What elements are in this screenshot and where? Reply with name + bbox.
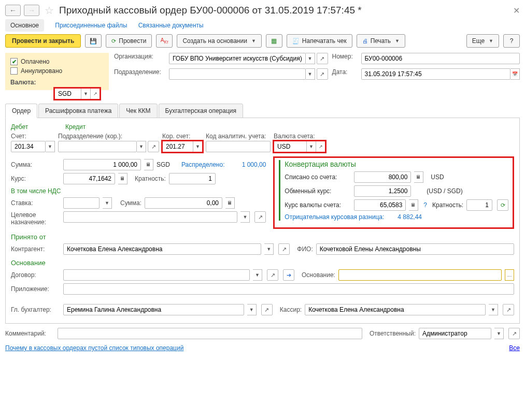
dropdown-button[interactable]: ▼ [494,328,504,339]
responsible-input[interactable] [421,328,489,339]
comment-input[interactable] [60,328,360,339]
dropdown-button[interactable]: ▼ [306,68,315,80]
all-link[interactable]: Все [509,344,520,352]
currency-label: Валюта: [10,79,36,86]
basis-label: Основание: [302,271,335,279]
attachment-input[interactable] [66,284,512,294]
subnav-main[interactable]: Основное [5,19,44,32]
save-button[interactable]: 💾 [85,34,102,48]
exrate-label: Обменный курс: [285,187,351,195]
cancelled-checkbox[interactable]: Аннулировано [10,67,104,75]
help-icon[interactable]: ? [423,201,427,209]
dropdown-button[interactable]: ▼ [193,141,203,152]
exrate-input[interactable] [357,186,408,196]
refresh-button[interactable]: ⟳ [497,199,508,211]
open-button[interactable]: ↗ [261,304,273,315]
dropdown-button[interactable]: ▼ [307,141,316,152]
dropdown-button[interactable]: ▼ [46,141,55,152]
print-receipt-button[interactable]: 🧾Напечатать чек [287,34,352,48]
counterparty-input[interactable] [66,244,259,254]
vat-rate-input[interactable] [66,198,97,208]
debit-header: Дебет [11,123,55,131]
favorite-star-icon[interactable]: ☆ [45,4,54,17]
open-button[interactable]: ↗ [317,53,328,64]
open-button[interactable]: ↗ [508,328,520,339]
more-button[interactable]: Еще▼ [466,34,499,48]
date-input[interactable] [364,69,508,79]
calc-button[interactable]: 🖩 [409,199,418,211]
corr-account-input[interactable] [165,141,191,152]
acc-currency-input[interactable] [276,141,304,152]
open-button[interactable]: ↗ [148,141,159,152]
dept-input[interactable] [172,69,303,79]
org-input[interactable] [172,53,303,64]
corr-dept-input[interactable] [61,141,134,152]
dk-icon: АКт [161,37,168,45]
open-button[interactable]: ↗ [503,304,514,315]
create-based-button[interactable]: Создать на основании▼ [177,34,261,48]
cashier-input[interactable] [307,305,483,315]
tab-kkm[interactable]: Чек ККМ [119,104,157,118]
subnav-linked[interactable]: Связанные документы [138,22,204,29]
dropdown-button[interactable]: ▼ [247,304,257,315]
nav-forward-button[interactable]: → [24,5,39,16]
nav-back-button[interactable]: ← [5,5,21,16]
calendar-button[interactable]: 📅 [510,68,520,80]
print-button[interactable]: 🖨Печать▼ [357,34,405,48]
open-button[interactable]: ↗ [317,68,328,80]
dropdown-button[interactable]: ▼ [306,53,315,64]
ellipsis-button[interactable]: … [505,269,514,281]
conversion-title: Конвертация валюты [285,160,508,168]
open-button[interactable]: ↗ [91,88,100,99]
chief-acc-input[interactable] [66,305,242,315]
currency-input[interactable] [57,89,79,99]
tab-order[interactable]: Ордер [5,104,37,118]
chevron-down-icon: ▼ [251,38,256,44]
dropdown-button[interactable]: ▼ [240,211,250,223]
why-empty-link[interactable]: Почему в кассовых ордерах пустой список … [5,344,183,352]
dropdown-button[interactable]: ▼ [253,269,262,281]
help-button[interactable]: ? [503,34,520,48]
dropdown-button[interactable]: ▼ [489,304,498,315]
calc-button[interactable]: 🖩 [144,159,153,170]
post-and-close-button[interactable]: Провести и закрыть [5,34,81,48]
dk-button[interactable]: АКт [156,34,173,48]
post-button[interactable]: ⟳Провести [106,34,152,48]
open-button[interactable]: ↗ [254,211,266,223]
dropdown-button[interactable]: ▼ [103,197,112,209]
vat-sum-input[interactable] [147,198,220,208]
fio-input[interactable] [319,244,512,254]
calc-button[interactable]: 🖩 [118,173,127,184]
tab-decoding[interactable]: Расшифровка платежа [38,104,118,118]
number-input[interactable] [364,53,518,64]
open-button[interactable]: ↗ [316,141,325,152]
conv-mult-input[interactable] [469,200,490,210]
dropdown-button[interactable]: ▼ [137,141,146,152]
sum-label: Сумма: [11,161,60,168]
paid-checkbox[interactable]: ✔ Оплачено [10,58,104,65]
analytic-input[interactable] [208,141,268,152]
page-title: Приходный кассовый ордер БУ00-000006 от … [59,5,510,16]
open-button[interactable]: ↗ [267,269,278,281]
close-icon[interactable]: ✕ [513,6,520,16]
account-input[interactable] [13,141,43,152]
rate-input[interactable] [66,173,112,184]
mult-input[interactable] [172,173,213,184]
dept-label: Подразделение: [114,68,165,80]
calc-button[interactable]: 🖩 [225,197,235,209]
fill-button[interactable]: ➔ [283,269,294,281]
accrate-input[interactable] [357,200,403,210]
debited-label: Списано со счета: [285,173,351,181]
subnav-files[interactable]: Присоединенные файлы [55,22,127,29]
dropdown-button[interactable]: ▼ [264,243,274,255]
sum-input[interactable] [66,160,138,170]
kkm-settings-button[interactable]: ▦ [266,34,282,48]
open-button[interactable]: ↗ [278,243,290,255]
basis-input[interactable] [341,270,499,280]
debited-input[interactable] [357,172,408,182]
contract-input[interactable] [66,270,247,280]
calc-button[interactable]: 🖩 [414,171,423,183]
dropdown-button[interactable]: ▼ [81,88,91,99]
purpose-input[interactable] [66,212,235,222]
tab-accounting[interactable]: Бухгалтерская операция [159,104,243,118]
